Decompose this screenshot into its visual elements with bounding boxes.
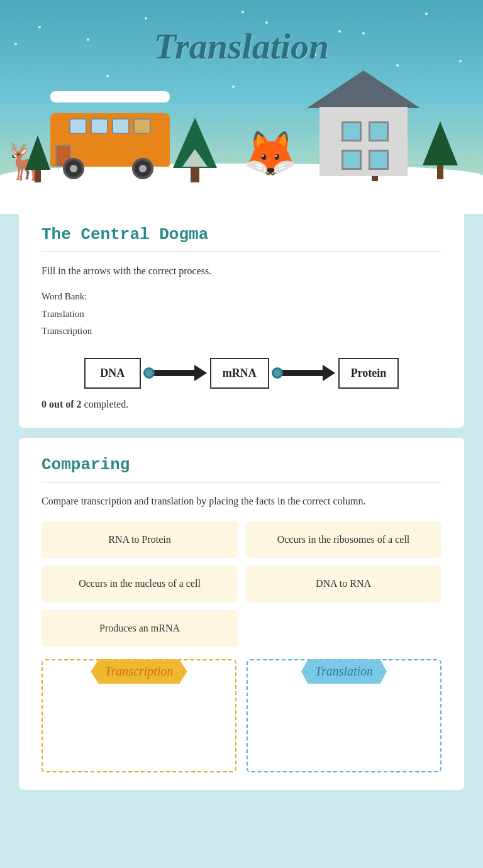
tree-right	[423, 121, 458, 179]
word-bank-label: Word Bank:	[42, 291, 441, 302]
tree-far-left	[25, 135, 50, 182]
progress-text: 0 out of 2 completed.	[42, 399, 441, 410]
comparing-title: Comparing	[42, 455, 441, 474]
mrna-node: mRNA	[210, 358, 269, 389]
hero-banner: Translation 🦌	[0, 0, 483, 214]
translation-banner: Translation	[301, 659, 387, 684]
progress-label: completed.	[84, 399, 129, 409]
comparing-card: Comparing Compare transcription and tran…	[19, 438, 464, 790]
fact-card-1[interactable]: Occurs in the ribosomes of a cell	[245, 521, 441, 558]
fact-grid: RNA to Protein Occurs in the ribosomes o…	[42, 521, 441, 647]
svg-marker-0	[147, 365, 207, 381]
word-bank-transcription: Transcription	[42, 323, 441, 340]
comparing-instruction: Compare transcription and translation by…	[42, 494, 441, 509]
dogma-divider	[42, 252, 441, 252]
svg-marker-1	[275, 365, 335, 381]
protein-node: Protein	[338, 358, 399, 389]
fact-card-4[interactable]: Produces an mRNA	[42, 610, 238, 647]
word-bank-translation: Translation	[42, 306, 441, 323]
tree-left	[173, 118, 217, 182]
dna-node: DNA	[84, 358, 141, 389]
translation-drop-zone[interactable]: Translation	[247, 659, 441, 772]
dogma-instruction: Fill in the arrows with the correct proc…	[42, 264, 441, 279]
progress-count: 0 out of 2	[42, 399, 82, 409]
central-dogma-card: The Central Dogma Fill in the arrows wit…	[19, 208, 464, 428]
fact-card-0[interactable]: RNA to Protein	[42, 521, 238, 558]
fact-card-2[interactable]: Occurs in the nucleus of a cell	[42, 565, 238, 602]
central-dogma-diagram: DNA mRNA Protein	[42, 357, 441, 389]
drop-zone-columns: Transcription Translation	[42, 659, 441, 772]
hero-title: Translation	[0, 25, 483, 67]
transcription-banner: Transcription	[91, 659, 187, 684]
arrow-mrna-protein[interactable]	[269, 357, 338, 389]
arrow-dot-1	[143, 367, 155, 379]
bus-illustration	[50, 97, 176, 179]
transcription-drop-zone[interactable]: Transcription	[42, 659, 236, 772]
fact-card-3[interactable]: DNA to RNA	[245, 565, 441, 602]
comparing-divider	[42, 482, 441, 482]
central-dogma-title: The Central Dogma	[42, 225, 441, 244]
house-illustration	[307, 63, 420, 176]
arrow-dna-mrna[interactable]	[141, 357, 210, 389]
arrow-dot-2	[272, 367, 283, 379]
fox-icon: 🦊	[243, 128, 297, 179]
